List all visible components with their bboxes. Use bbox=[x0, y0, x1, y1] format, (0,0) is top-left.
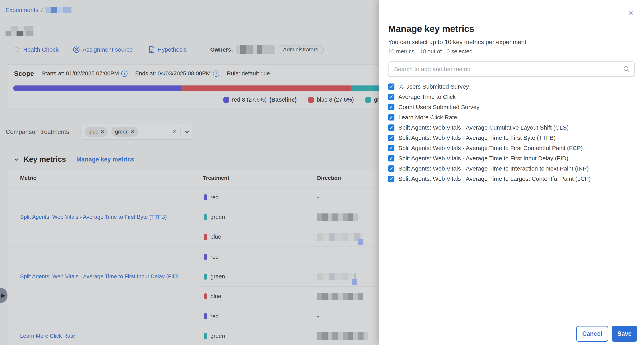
metric-option[interactable]: Split Agents: Web Vitals - Average Time … bbox=[388, 153, 591, 163]
legend-swatch bbox=[365, 97, 371, 103]
heart-icon: ♡ bbox=[14, 46, 20, 53]
metric-option[interactable]: % Users Submitted Survey bbox=[388, 82, 591, 92]
hypothesis-item[interactable]: Hypothesis bbox=[149, 45, 186, 55]
key-metrics-table: Metric Treatment Direction Split Agents:… bbox=[6, 169, 441, 345]
treatment-swatch bbox=[204, 194, 207, 200]
legend-item-red: red 8 (27.6%) (Baseline) bbox=[224, 97, 296, 103]
scope-starts-at: Starts at: 01/02/2025 07:00PM i bbox=[42, 70, 128, 77]
select-divider bbox=[180, 127, 181, 136]
table-header-row: Metric Treatment Direction bbox=[6, 169, 441, 187]
checkbox-checked-icon[interactable] bbox=[388, 176, 394, 182]
comparison-treatments-label: Comparison treatments bbox=[6, 128, 69, 136]
collapse-chevron-icon[interactable] bbox=[14, 157, 19, 162]
metric-option[interactable]: Count Users Submitted Survey bbox=[388, 102, 591, 112]
owners-group: Owners: Administrators bbox=[210, 45, 324, 55]
breadcrumb-current-redacted bbox=[46, 7, 72, 13]
redacted-value bbox=[317, 213, 358, 221]
metric-link-ttfb[interactable]: Split Agents: Web Vitals - Average Time … bbox=[20, 213, 167, 221]
treatment-swatch bbox=[204, 313, 207, 319]
metric-link-learn-more[interactable]: Learn More Click Rate bbox=[20, 332, 75, 340]
health-check-item[interactable]: ♡ Health Check bbox=[14, 45, 59, 55]
metric-option[interactable]: Split Agents: Web Vitals - Average Time … bbox=[388, 143, 591, 153]
remove-chip-icon[interactable]: × bbox=[131, 129, 134, 135]
checkbox-checked-icon[interactable] bbox=[388, 114, 394, 121]
metric-checkbox-list: % Users Submitted Survey Average Time to… bbox=[388, 82, 591, 184]
treatment-swatch bbox=[204, 293, 207, 299]
checkbox-checked-icon[interactable] bbox=[388, 84, 394, 90]
checkbox-checked-icon[interactable] bbox=[388, 94, 394, 100]
search-input[interactable] bbox=[388, 62, 635, 77]
assignment-source-link[interactable]: Assignment source bbox=[82, 46, 133, 53]
experiment-title-redacted bbox=[6, 26, 34, 36]
legend-swatch bbox=[224, 97, 229, 103]
redacted-value bbox=[317, 293, 363, 300]
remove-chip-icon[interactable]: × bbox=[101, 129, 104, 135]
metric-option[interactable]: Split Agents: Web Vitals - Average Time … bbox=[388, 163, 591, 174]
panel-subtitle: You can select up to 10 key metrics per … bbox=[388, 39, 526, 46]
administrators-badge[interactable]: Administrators bbox=[278, 45, 324, 54]
search-icon bbox=[623, 66, 630, 73]
health-check-link[interactable]: Health Check bbox=[23, 46, 58, 53]
breadcrumb-separator: / bbox=[41, 7, 43, 14]
manage-key-metrics-link[interactable]: Manage key metrics bbox=[76, 156, 134, 163]
checkbox-checked-icon[interactable] bbox=[388, 135, 394, 141]
legend-item-blue: blue 8 (27.6%) bbox=[308, 97, 354, 103]
redacted-value bbox=[317, 233, 362, 241]
treatment-swatch bbox=[204, 333, 207, 339]
metric-option[interactable]: Learn More Click Rate bbox=[388, 112, 591, 123]
assignment-source-item[interactable]: Assignment source bbox=[73, 45, 133, 55]
breadcrumb-experiments-link[interactable]: Experiments bbox=[6, 7, 38, 14]
legend-swatch bbox=[308, 97, 314, 103]
metric-option[interactable]: Split Agents: Web Vitals - Average Cumul… bbox=[388, 123, 591, 133]
info-icon[interactable]: i bbox=[213, 71, 219, 77]
clear-all-icon[interactable]: × bbox=[172, 128, 176, 136]
scope-ends-at: Ends at: 04/03/2025 08:00PM i bbox=[135, 70, 219, 77]
direction-value: - bbox=[317, 194, 319, 201]
treatment-swatch bbox=[204, 274, 207, 280]
bar-segment-blue bbox=[182, 86, 351, 91]
treatment-allocation-bar bbox=[13, 86, 428, 91]
treatment-swatch bbox=[204, 234, 207, 240]
treatment-legend: red 8 (27.6%) (Baseline) blue 8 (27.6%) … bbox=[224, 97, 382, 103]
chip-green[interactable]: green × bbox=[111, 127, 138, 137]
chevron-down-icon[interactable] bbox=[184, 129, 190, 134]
table-row: Split Agents: Web Vitals - Average Time … bbox=[6, 187, 441, 246]
breadcrumb: Experiments / bbox=[6, 7, 72, 14]
redacted-value bbox=[317, 273, 356, 280]
comparison-treatments-select[interactable]: blue × green × × bbox=[80, 124, 194, 140]
document-icon bbox=[149, 46, 154, 53]
direction-value: - bbox=[317, 254, 319, 260]
hypothesis-link[interactable]: Hypothesis bbox=[158, 46, 186, 53]
table-row: Learn More Click Rate red - green blue bbox=[6, 306, 441, 345]
checkbox-checked-icon[interactable] bbox=[388, 155, 394, 161]
chip-blue[interactable]: blue × bbox=[84, 127, 108, 137]
checkbox-checked-icon[interactable] bbox=[388, 145, 394, 151]
metric-option[interactable]: Split Agents: Web Vitals - Average Time … bbox=[388, 133, 591, 143]
target-icon bbox=[73, 47, 80, 53]
close-icon[interactable]: × bbox=[626, 8, 635, 18]
scope-title: Scope bbox=[14, 70, 34, 77]
checkbox-checked-icon[interactable] bbox=[388, 165, 394, 172]
cancel-button[interactable]: Cancel bbox=[576, 326, 608, 342]
panel-title: Manage key metrics bbox=[388, 23, 474, 34]
metric-link-fid[interactable]: Split Agents: Web Vitals - Average Time … bbox=[20, 272, 179, 280]
chevron-right-icon: ▶ bbox=[2, 292, 5, 298]
checkbox-checked-icon[interactable] bbox=[388, 124, 394, 131]
column-header-metric: Metric bbox=[6, 175, 200, 181]
treatment-swatch bbox=[204, 214, 207, 220]
scope-rule: Rule: default rule bbox=[227, 70, 270, 77]
metric-option[interactable]: Split Agents: Web Vitals - Average Time … bbox=[388, 174, 591, 184]
panel-footer: Cancel Save bbox=[379, 322, 644, 345]
save-button[interactable]: Save bbox=[612, 326, 637, 342]
metric-option[interactable]: Average Time to Click bbox=[388, 92, 591, 102]
metrics-count-status: 10 metrics · 10 out of 10 selected bbox=[388, 48, 472, 55]
checkbox-checked-icon[interactable] bbox=[388, 104, 394, 110]
table-row: Split Agents: Web Vitals - Average Time … bbox=[6, 246, 441, 306]
key-metrics-title: Key metrics bbox=[24, 155, 66, 164]
owners-names-redacted bbox=[236, 45, 274, 54]
info-icon[interactable]: i bbox=[121, 71, 128, 77]
owners-label: Owners: bbox=[210, 47, 233, 53]
baseline-tag: (Baseline) bbox=[270, 97, 297, 103]
direction-value: - bbox=[317, 313, 319, 319]
treatment-swatch bbox=[204, 254, 207, 260]
